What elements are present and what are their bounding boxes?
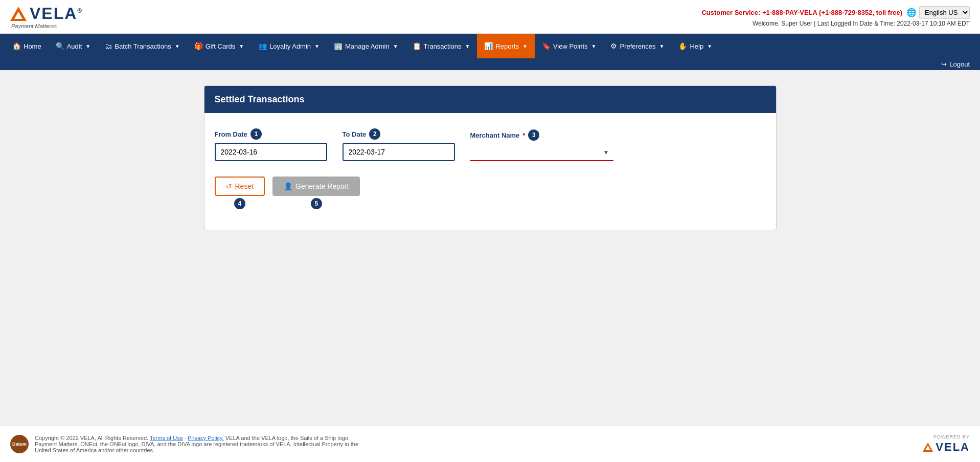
footer-right: POWERED BY VELA bbox=[923, 434, 970, 454]
to-date-input[interactable] bbox=[343, 143, 455, 161]
form-row-dates: From Date 1 To Date 2 Merchant bbox=[215, 128, 766, 161]
card-header: Settled Transactions bbox=[204, 86, 776, 113]
batch-icon: 🗂 bbox=[105, 42, 112, 50]
reports-icon: 📊 bbox=[484, 42, 493, 50]
nav-gift-label: Gift Cards bbox=[206, 42, 236, 50]
reset-step-badge: 4 bbox=[234, 198, 245, 209]
language-selector[interactable]: 🌐 English US bbox=[906, 6, 970, 19]
nav-manage-admin[interactable]: 🏢 Manage Admin ▼ bbox=[327, 34, 405, 58]
manage-icon: 🏢 bbox=[334, 42, 343, 50]
transactions-icon: 📋 bbox=[413, 42, 421, 50]
logo: VELA® Payment Matters® bbox=[10, 4, 83, 29]
nav-preferences[interactable]: ⚙ Preferences ▼ bbox=[603, 34, 671, 58]
nav-preferences-label: Preferences bbox=[620, 42, 655, 50]
to-date-group: To Date 2 bbox=[343, 128, 455, 161]
footer: Datum Copyright © 2022 VELA, All Rights … bbox=[0, 426, 980, 462]
view-points-caret-icon: ▼ bbox=[591, 43, 597, 49]
reset-button[interactable]: ↺ Reset bbox=[215, 177, 265, 196]
manage-caret-icon: ▼ bbox=[393, 43, 398, 49]
to-date-label: To Date 2 bbox=[343, 128, 455, 140]
merchant-name-dropdown[interactable] bbox=[470, 144, 613, 161]
footer-text: Copyright © 2022 VELA, All Rights Reserv… bbox=[35, 435, 368, 453]
merchant-name-label: Merchant Name* 3 bbox=[470, 129, 613, 141]
preferences-caret-icon: ▼ bbox=[659, 43, 665, 49]
customer-service-text: Customer Service: +1-888-PAY-VELA (+1-88… bbox=[701, 9, 902, 16]
nav-audit[interactable]: 🔍 Audit ▼ bbox=[49, 34, 98, 58]
footer-left: Datum Copyright © 2022 VELA, All Rights … bbox=[10, 435, 368, 453]
terms-of-use-link[interactable]: Terms of Use bbox=[150, 435, 183, 441]
reports-caret-icon: ▼ bbox=[522, 43, 528, 49]
logo-tagline: Payment Matters® bbox=[11, 23, 83, 29]
reset-icon: ↺ bbox=[226, 182, 232, 190]
merchant-name-group: Merchant Name* 3 ▼ bbox=[470, 129, 613, 161]
nav-loyalty-label: Loyalty Admin bbox=[269, 42, 311, 50]
logout-bar: ↪ Logout bbox=[0, 58, 980, 70]
help-icon: ✋ bbox=[678, 42, 687, 50]
logout-button[interactable]: ↪ Logout bbox=[941, 60, 970, 68]
logo-reg: ® bbox=[77, 7, 83, 14]
gift-caret-icon: ▼ bbox=[239, 43, 244, 49]
footer-copyright: Copyright © 2022 VELA, All Rights Reserv… bbox=[35, 435, 148, 441]
from-date-step-badge: 1 bbox=[250, 128, 262, 140]
nav-batch-transactions[interactable]: 🗂 Batch Transactions ▼ bbox=[98, 34, 187, 58]
from-date-label: From Date 1 bbox=[215, 128, 327, 140]
card-body: From Date 1 To Date 2 Merchant bbox=[204, 113, 776, 230]
preferences-icon: ⚙ bbox=[610, 42, 617, 50]
generate-report-button[interactable]: 👤 Generate Report bbox=[272, 177, 360, 196]
nav-home[interactable]: 🏠 Home bbox=[5, 34, 49, 58]
logout-icon: ↪ bbox=[941, 60, 947, 68]
top-right-info: Customer Service: +1-888-PAY-VELA (+1-88… bbox=[701, 6, 970, 27]
nav-gift-cards[interactable]: 🎁 Gift Cards ▼ bbox=[187, 34, 251, 58]
merchant-step-badge: 3 bbox=[528, 129, 539, 141]
top-bar: VELA® Payment Matters® Customer Service:… bbox=[0, 0, 980, 34]
nav-transactions-label: Transactions bbox=[424, 42, 462, 50]
reset-label: Reset bbox=[235, 182, 254, 190]
privacy-policy-link[interactable]: Privacy Policy. bbox=[188, 435, 224, 441]
settled-transactions-card: Settled Transactions From Date 1 To Date… bbox=[204, 85, 777, 230]
logo-triangle-icon bbox=[10, 7, 27, 21]
footer-vela-text: VELA bbox=[936, 441, 970, 454]
batch-caret-icon: ▼ bbox=[175, 43, 180, 49]
nav-help-label: Help bbox=[690, 42, 703, 50]
language-dropdown[interactable]: English US bbox=[919, 6, 970, 19]
reset-btn-group: ↺ Reset 4 bbox=[215, 177, 265, 209]
transactions-caret-icon: ▼ bbox=[465, 43, 470, 49]
powered-by-text: POWERED BY bbox=[933, 434, 970, 439]
generate-step-badge: 5 bbox=[311, 198, 322, 209]
merchant-select-wrap: ▼ bbox=[470, 144, 613, 161]
footer-triangle-icon bbox=[923, 443, 933, 452]
globe-icon: 🌐 bbox=[906, 8, 917, 17]
main-content: Settled Transactions From Date 1 To Date… bbox=[0, 70, 980, 426]
from-date-group: From Date 1 bbox=[215, 128, 327, 161]
loyalty-caret-icon: ▼ bbox=[314, 43, 320, 49]
nav-reports[interactable]: 📊 Reports ▼ bbox=[477, 34, 534, 58]
nav-audit-label: Audit bbox=[67, 42, 82, 50]
generate-label: Generate Report bbox=[295, 182, 349, 190]
nav-manage-label: Manage Admin bbox=[345, 42, 390, 50]
nav-help[interactable]: ✋ Help ▼ bbox=[671, 34, 719, 58]
home-icon: 🏠 bbox=[12, 42, 21, 50]
logout-label: Logout bbox=[949, 60, 970, 68]
logo-vela-text: VELA® bbox=[30, 4, 83, 23]
help-caret-icon: ▼ bbox=[707, 43, 712, 49]
welcome-text: Welcome, Super User | Last Logged In Dat… bbox=[701, 20, 970, 27]
generate-btn-group: 👤 Generate Report 5 bbox=[272, 177, 360, 209]
nav-transactions[interactable]: 📋 Transactions ▼ bbox=[405, 34, 477, 58]
from-date-input[interactable] bbox=[215, 143, 327, 161]
view-points-icon: 🔖 bbox=[542, 42, 551, 50]
nav-bar: 🏠 Home 🔍 Audit ▼ 🗂 Batch Transactions ▼ … bbox=[0, 34, 980, 58]
generate-icon: 👤 bbox=[284, 182, 292, 190]
nav-batch-label: Batch Transactions bbox=[115, 42, 171, 50]
card-title: Settled Transactions bbox=[215, 94, 305, 104]
loyalty-icon: 👥 bbox=[258, 42, 267, 50]
audit-caret-icon: ▼ bbox=[85, 43, 90, 49]
footer-vela-logo: VELA bbox=[923, 441, 970, 454]
nav-view-points-label: View Points bbox=[553, 42, 588, 50]
nav-view-points[interactable]: 🔖 View Points ▼ bbox=[535, 34, 604, 58]
nav-loyalty-admin[interactable]: 👥 Loyalty Admin ▼ bbox=[251, 34, 327, 58]
nav-reports-label: Reports bbox=[495, 42, 519, 50]
button-row: ↺ Reset 4 👤 Generate Report 5 bbox=[215, 177, 766, 209]
audit-icon: 🔍 bbox=[56, 42, 64, 50]
datum-logo: Datum bbox=[10, 435, 29, 453]
to-date-step-badge: 2 bbox=[369, 128, 380, 140]
